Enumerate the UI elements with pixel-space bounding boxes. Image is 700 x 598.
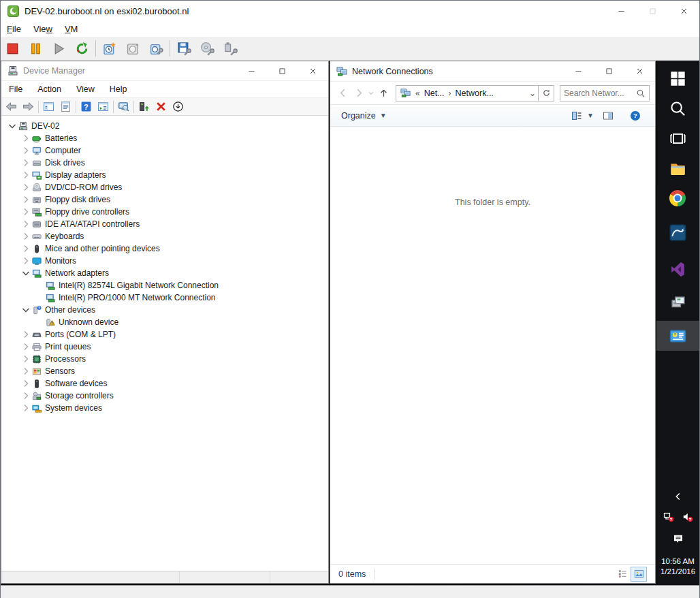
chevron-down-icon[interactable] (20, 304, 31, 315)
vm-floppy-settings-button[interactable] (172, 39, 195, 58)
forward-button[interactable] (351, 85, 367, 101)
breadcrumb-overflow-icon[interactable]: « (413, 89, 423, 98)
close-button[interactable] (624, 61, 655, 81)
vm-power-off-button[interactable] (1, 39, 24, 58)
tree-item[interactable]: Monitors (1, 255, 328, 267)
tree-item[interactable]: Computer (1, 144, 328, 157)
view-dropdown-icon[interactable]: ▼ (586, 112, 599, 119)
maximize-button[interactable] (637, 1, 668, 21)
chevron-right-icon[interactable] (20, 182, 31, 193)
organize-button[interactable]: Organize ▼ (341, 111, 387, 121)
recent-locations-dropdown[interactable] (367, 85, 375, 101)
tree-item[interactable]: Ports (COM & LPT) (1, 328, 328, 341)
taskbar-chrome-button[interactable] (656, 183, 699, 213)
taskbar-clock[interactable]: 10:56 AM 1/21/2016 (661, 556, 695, 577)
chevron-right-icon[interactable] (20, 133, 31, 144)
up-button[interactable] (375, 85, 392, 101)
chevron-down-icon[interactable] (20, 268, 31, 279)
tray-volume-muted-button[interactable] (678, 509, 697, 525)
chevron-right-icon[interactable] (20, 194, 31, 205)
tree-item[interactable]: Mice and other pointing devices (1, 242, 328, 255)
tree-item[interactable]: Batteries (1, 132, 328, 144)
tree-item[interactable]: Keyboards (1, 230, 328, 242)
tree-item[interactable]: DVD/CD-ROM drives (1, 181, 328, 193)
tree-item[interactable]: Floppy drive controllers (1, 206, 328, 218)
vm-power-on-button[interactable] (47, 39, 70, 58)
tree-item[interactable]: Display adapters (1, 169, 328, 181)
vmware-titlebar[interactable]: DEV-02.buroboot.nl on esxi02.buroboot.nl (1, 1, 699, 21)
chevron-right-icon[interactable] (20, 390, 31, 401)
search-box[interactable] (560, 85, 650, 101)
tree-item[interactable]: DEV-02 (1, 120, 328, 132)
dm-uninstall-device-button[interactable] (153, 99, 170, 114)
vm-desktop[interactable]: Device Manager FileActionViewHelp ? DEV-… (1, 61, 699, 585)
tree-item[interactable]: Network adapters (1, 267, 328, 279)
search-input[interactable] (560, 89, 636, 98)
close-button[interactable] (668, 1, 699, 21)
menu-view[interactable]: View (69, 82, 102, 96)
taskbar-task-view-button[interactable] (656, 123, 699, 153)
address-bar[interactable]: « Net... › Network... ⌄ (396, 85, 539, 101)
dm-help-button[interactable]: ? (78, 99, 95, 114)
details-view-button[interactable] (614, 567, 631, 582)
chevron-right-icon[interactable] (20, 378, 31, 389)
tray-network-disconnected-button[interactable] (659, 509, 678, 525)
chevron-right-icon[interactable] (20, 366, 31, 377)
tree-item[interactable]: Disk drives (1, 157, 328, 169)
taskbar-start-button[interactable] (656, 63, 699, 93)
menu-action[interactable]: Action (30, 82, 69, 96)
minimize-button[interactable] (605, 1, 637, 21)
tree-item[interactable]: Software devices (1, 377, 328, 390)
chevron-right-icon[interactable] (20, 219, 31, 230)
dm-action-pane-button[interactable] (95, 99, 112, 114)
breadcrumb-current[interactable]: Network... (454, 89, 495, 98)
dm-console-tree-button[interactable] (40, 99, 57, 114)
device-manager-titlebar[interactable]: Device Manager (1, 61, 328, 81)
chevron-right-icon[interactable] (20, 170, 31, 180)
help-button[interactable]: ? (626, 108, 644, 124)
address-dropdown-icon[interactable]: ⌄ (529, 89, 536, 98)
maximize-button[interactable] (594, 61, 624, 81)
folder-content[interactable]: This folder is empty. (330, 127, 655, 564)
minimize-button[interactable] (563, 61, 594, 81)
close-button[interactable] (298, 61, 328, 80)
action-center-button[interactable] (673, 531, 684, 547)
vm-usb-settings-button[interactable] (219, 39, 242, 58)
dm-update-driver-button[interactable] (136, 99, 153, 114)
vm-suspend-button[interactable] (24, 39, 47, 58)
menu-vm[interactable]: VM (59, 22, 84, 35)
dm-properties-button[interactable] (57, 99, 74, 114)
tree-item[interactable]: Intel(R) 82574L Gigabit Network Connecti… (1, 279, 328, 292)
change-view-button[interactable] (568, 108, 586, 124)
taskbar-control-panel-button[interactable] (656, 321, 699, 351)
menu-help[interactable]: Help (102, 82, 135, 96)
tree-item[interactable]: ?Other devices (1, 304, 328, 316)
vm-revert-snapshot-button[interactable] (121, 39, 144, 58)
show-hidden-icons-button[interactable] (673, 488, 684, 505)
chevron-right-icon[interactable] (20, 353, 31, 364)
tree-item[interactable]: Processors (1, 353, 328, 365)
dm-disable-device-button[interactable] (170, 99, 187, 114)
chevron-right-icon[interactable] (20, 329, 31, 340)
vm-take-snapshot-button[interactable] (98, 39, 121, 58)
breadcrumb-parent[interactable]: Net... (423, 89, 446, 98)
tree-item[interactable]: Print queues (1, 341, 328, 353)
vm-cd-settings-button[interactable] (195, 39, 219, 58)
taskbar-file-explorer-button[interactable] (656, 153, 699, 183)
preview-pane-button[interactable] (599, 108, 617, 124)
tree-item[interactable]: System devices (1, 402, 328, 414)
taskbar-search-button[interactable] (656, 93, 699, 123)
chevron-right-icon[interactable] (20, 145, 31, 156)
dm-forward-button[interactable] (20, 99, 37, 114)
tree-item[interactable]: IDE ATA/ATAPI controllers (1, 218, 328, 230)
minimize-button[interactable] (236, 61, 267, 80)
network-connections-titlebar[interactable]: Network Connections (330, 61, 655, 82)
refresh-button[interactable] (539, 85, 554, 101)
chevron-right-icon[interactable] (20, 206, 31, 217)
vm-reset-button[interactable] (70, 39, 93, 58)
chevron-down-icon[interactable] (7, 121, 18, 131)
chevron-right-icon[interactable] (20, 341, 31, 352)
chevron-right-icon[interactable] (20, 403, 31, 413)
back-button[interactable] (334, 85, 351, 101)
taskbar-device-manager-button[interactable] (656, 287, 699, 317)
